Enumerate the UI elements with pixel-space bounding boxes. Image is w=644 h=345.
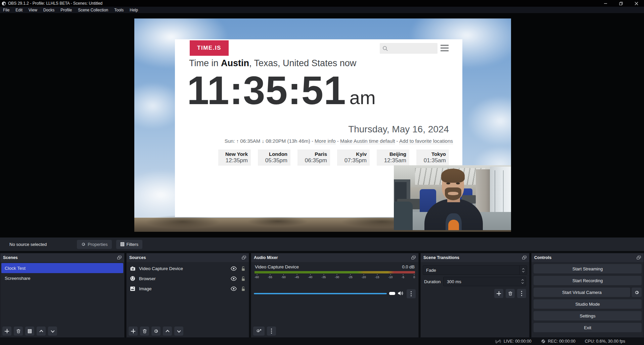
menu-docks[interactable]: Docks — [40, 7, 57, 13]
city-name: London — [258, 151, 287, 157]
move-source-down-button[interactable] — [174, 327, 183, 336]
city-london[interactable]: London 05:35pm — [258, 149, 290, 166]
popout-icon[interactable] — [117, 256, 122, 260]
remove-source-button[interactable] — [140, 327, 149, 336]
menu-view[interactable]: View — [26, 7, 40, 13]
source-label: Video Capture Device — [139, 266, 183, 271]
add-source-button[interactable] — [129, 327, 138, 336]
more-info-link[interactable]: More info — [315, 138, 336, 144]
menu-scene-collection[interactable]: Scene Collection — [75, 7, 111, 13]
gear-icon — [634, 290, 639, 295]
scene-item-screenshare[interactable]: Screenshare — [1, 273, 123, 283]
remove-transition-button[interactable] — [506, 289, 515, 298]
add-transition-button[interactable] — [494, 289, 503, 298]
menu-edit[interactable]: Edit — [12, 7, 26, 13]
properties-button[interactable]: Properties — [77, 240, 111, 249]
menu-help[interactable]: Help — [127, 7, 141, 13]
tick-label: -10 — [388, 274, 393, 279]
popout-icon[interactable] — [522, 256, 526, 260]
duration-spinbox[interactable]: 300 ms — [443, 277, 526, 286]
city-beijing[interactable]: Beijing 12:35am — [377, 149, 409, 166]
scenes-panel-header[interactable]: Scenes — [0, 253, 124, 262]
lock-icon[interactable] — [241, 266, 245, 271]
trash-icon — [16, 329, 21, 334]
start-streaming-button[interactable]: Start Streaming — [534, 264, 642, 273]
remove-scene-button[interactable] — [14, 327, 23, 336]
city-tokyo[interactable]: Tokyo 01:35am — [416, 149, 449, 166]
scenes-title: Scenes — [3, 255, 18, 260]
move-source-up-button[interactable] — [163, 327, 172, 336]
source-properties-button[interactable] — [151, 327, 160, 336]
source-row-video-capture[interactable]: Video Capture Device — [127, 263, 249, 273]
world-cities-row: New York 12:35pm London 05:35pm Paris 06… — [218, 149, 449, 166]
menu-file[interactable]: File — [0, 7, 12, 13]
concrete-pillar — [476, 169, 490, 216]
mixer-menu-button[interactable] — [267, 327, 276, 336]
menu-tools[interactable]: Tools — [111, 7, 127, 13]
visibility-eye-icon[interactable] — [231, 276, 237, 281]
settings-button[interactable]: Settings — [534, 311, 642, 320]
add-scene-button[interactable] — [2, 327, 11, 336]
volume-slider[interactable] — [254, 293, 387, 294]
webcam-overlay[interactable] — [394, 165, 511, 230]
volume-slider-handle[interactable] — [389, 292, 395, 295]
start-virtual-camera-button[interactable]: Start Virtual Camera — [534, 288, 630, 297]
scene-filters-button[interactable] — [25, 327, 34, 336]
close-button[interactable] — [629, 0, 644, 7]
sources-panel-header[interactable]: Sources — [127, 253, 249, 262]
scene-transitions-panel-header[interactable]: Scene Transitions — [421, 253, 529, 262]
search-input[interactable] — [380, 43, 438, 54]
kebab-icon — [271, 329, 272, 334]
city-kyiv[interactable]: Kyiv 07:35pm — [337, 149, 370, 166]
move-scene-down-button[interactable] — [48, 327, 57, 336]
source-row-browser[interactable]: Browser — [127, 273, 249, 284]
start-recording-button[interactable]: Start Recording — [534, 276, 642, 285]
transition-menu-button[interactable] — [517, 289, 526, 298]
scene-transitions-title: Scene Transitions — [423, 255, 459, 260]
filters-button[interactable]: Filters — [116, 240, 142, 249]
scene-preview-canvas[interactable]: TIME.IS Time in Austin, Texas, United St… — [134, 18, 511, 232]
minimize-button[interactable] — [598, 0, 613, 7]
obs-logo-icon — [2, 1, 6, 6]
tick-label: -5 — [402, 274, 404, 279]
exit-button[interactable]: Exit — [534, 323, 642, 332]
speaker-icon[interactable] — [398, 291, 404, 296]
city-newyork[interactable]: New York 12:35pm — [218, 149, 251, 166]
scenes-panel: Scenes Clock Test Screenshare — [0, 253, 125, 338]
docks-area: Scenes Clock Test Screenshare Sources — [0, 251, 644, 338]
menu-profile[interactable]: Profile — [57, 7, 75, 13]
advanced-audio-button[interactable] — [253, 327, 265, 336]
visibility-eye-icon[interactable] — [231, 287, 237, 291]
audio-mixer-title: Audio Mixer — [254, 255, 278, 260]
hamburger-menu-icon[interactable] — [441, 45, 449, 53]
transition-select[interactable]: Fade — [423, 265, 527, 275]
person-hair — [441, 169, 465, 183]
timeis-logo[interactable]: TIME.IS — [190, 40, 229, 56]
lock-icon[interactable] — [241, 276, 245, 281]
scene-item-clock-test[interactable]: Clock Test — [1, 263, 123, 273]
spin-down-icon[interactable] — [521, 282, 524, 284]
select-arrows[interactable] — [519, 266, 527, 274]
plus-icon — [131, 329, 135, 333]
popout-icon[interactable] — [411, 256, 416, 260]
studio-mode-button[interactable]: Studio Mode — [534, 299, 642, 309]
popout-icon[interactable] — [637, 256, 641, 260]
virtual-camera-settings-button[interactable] — [632, 288, 642, 297]
window-title: OBS 29.1.2 - Profile: LLHLS BETA - Scene… — [8, 1, 102, 6]
source-row-image[interactable]: Image — [127, 284, 249, 294]
sources-panel: Sources Video Capture Device Browser — [126, 253, 249, 338]
visibility-eye-icon[interactable] — [231, 266, 237, 271]
audio-mixer-panel-header[interactable]: Audio Mixer — [251, 253, 418, 262]
clock-ampm: am — [350, 87, 376, 108]
make-default-link[interactable]: Make Austin time default — [340, 138, 395, 144]
add-favorite-link[interactable]: Add to favorite locations — [399, 138, 453, 144]
shirt-logo — [448, 220, 459, 230]
restore-button[interactable] — [613, 0, 629, 7]
popout-icon[interactable] — [242, 256, 246, 260]
move-scene-up-button[interactable] — [37, 327, 46, 336]
source-label: Browser — [139, 276, 156, 281]
mixer-options-button[interactable] — [407, 289, 416, 298]
lock-icon[interactable] — [241, 286, 245, 291]
controls-panel-header[interactable]: Controls — [532, 253, 644, 262]
city-paris[interactable]: Paris 06:35pm — [297, 149, 330, 166]
